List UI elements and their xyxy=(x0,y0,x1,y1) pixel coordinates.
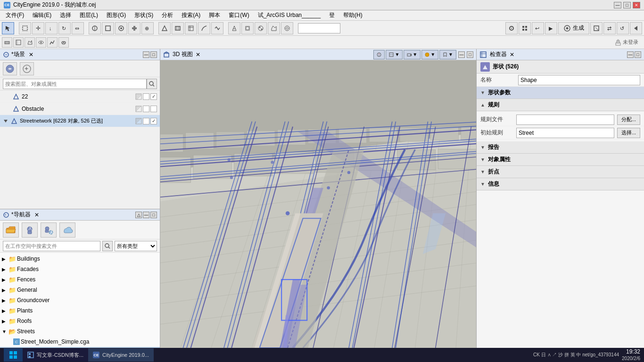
nav-panel-close[interactable]: ✕ xyxy=(34,212,39,218)
rotate-button[interactable]: ↻ xyxy=(58,22,71,34)
measure-button[interactable] xyxy=(13,37,24,48)
menu-form[interactable]: 形状(S) xyxy=(131,10,157,20)
layer-item-22[interactable]: 22 xyxy=(0,90,160,103)
vis-box2[interactable] xyxy=(143,106,149,112)
menu-shapes[interactable]: 图形(G) xyxy=(103,10,130,20)
menu-select[interactable]: 选择 xyxy=(56,10,75,20)
menu-script[interactable]: 脚本 xyxy=(205,10,224,20)
inspector-minimize[interactable]: — xyxy=(627,51,634,58)
rect-select-button[interactable] xyxy=(19,22,31,34)
tool7-button[interactable] xyxy=(102,22,114,34)
close-button[interactable]: ✕ xyxy=(633,2,640,8)
scene-panel-close[interactable]: ✕ xyxy=(29,51,33,58)
export-button[interactable]: 人 xyxy=(41,222,57,238)
check-box1[interactable] xyxy=(150,93,157,100)
cam-button[interactable]: ▼ xyxy=(404,50,421,59)
name-input[interactable] xyxy=(518,75,640,85)
select-button[interactable]: 选择... xyxy=(617,128,640,138)
minimize-button[interactable]: — xyxy=(614,2,621,8)
tool-extra4[interactable]: ⇄ xyxy=(603,22,616,34)
tool9-button[interactable] xyxy=(128,22,140,34)
menu-edit[interactable]: 编辑(E) xyxy=(29,10,55,20)
menu-search[interactable]: 搜索(A) xyxy=(178,10,204,20)
inspector-maximize[interactable]: □ xyxy=(635,51,641,58)
tool14-button[interactable] xyxy=(198,22,210,34)
start-rule-input[interactable] xyxy=(516,128,614,138)
view-mode-button[interactable]: ▼ xyxy=(386,50,403,59)
folder-facades[interactable]: ▶ 📁 Facades xyxy=(0,264,160,274)
menu-layers[interactable]: 图层(L) xyxy=(76,10,102,20)
tool13-button[interactable] xyxy=(185,22,197,34)
maximize-button[interactable]: □ xyxy=(623,2,631,8)
paint-button[interactable] xyxy=(25,37,35,48)
inspector-close[interactable]: ✕ xyxy=(510,51,514,58)
render-button[interactable]: ▼ xyxy=(421,50,438,59)
folder-fences[interactable]: ▶ 📁 Fences xyxy=(0,274,160,285)
rules-section[interactable]: ▲ 规则 xyxy=(477,99,644,111)
view3d-close[interactable]: ✕ xyxy=(196,51,200,58)
scene-search-input[interactable] xyxy=(3,79,147,89)
down-button[interactable]: ↓ xyxy=(45,22,58,34)
vis-box3[interactable] xyxy=(143,118,149,124)
check-box2[interactable] xyxy=(150,106,157,112)
nav-search-button[interactable] xyxy=(102,241,113,251)
tool10-button[interactable]: ⊕ xyxy=(141,22,154,34)
tool-extra2[interactable]: ▶ xyxy=(545,22,557,34)
scene-panel-maximize[interactable]: □ xyxy=(150,51,157,58)
select-tool-button[interactable] xyxy=(2,22,14,34)
tool-extra3[interactable] xyxy=(590,22,603,34)
nav-type-select[interactable]: 所有类型 xyxy=(115,241,157,251)
eye-button[interactable] xyxy=(36,37,46,48)
check-box3[interactable] xyxy=(150,118,157,124)
tool-extra6[interactable] xyxy=(630,22,642,34)
tool6-button[interactable] xyxy=(89,22,101,34)
folder-roofs[interactable]: ▶ 📁 Roofs xyxy=(0,316,160,326)
compass-button[interactable] xyxy=(373,50,385,59)
tool-extra1[interactable]: ↩ xyxy=(532,22,544,34)
folder-groundcover[interactable]: ▶ 📁 Groundcover xyxy=(0,295,160,305)
tool18-button[interactable] xyxy=(255,22,267,34)
view3d-maximize[interactable]: □ xyxy=(467,51,473,58)
start-button[interactable] xyxy=(4,348,23,362)
add-layer-button[interactable]: + xyxy=(20,62,34,75)
menu-window[interactable]: 窗口(W) xyxy=(225,10,253,20)
vis-box1[interactable] xyxy=(143,93,149,100)
import-button[interactable]: 人 xyxy=(22,222,38,238)
tool15-button[interactable] xyxy=(211,22,223,34)
folder-streets[interactable]: ▼ 📂 Streets xyxy=(0,326,160,337)
view3d-minimize[interactable]: — xyxy=(458,51,465,58)
tool-extra5[interactable]: ↺ xyxy=(617,22,629,34)
nav-search-input[interactable] xyxy=(3,241,100,251)
object-attrs-section[interactable]: ▼ 对象属性 xyxy=(477,154,644,166)
menu-arcgis[interactable]: 试_ArcGIS Urban______ xyxy=(254,10,324,20)
tool20-button[interactable] xyxy=(281,22,293,34)
shape-params-section[interactable]: ▼ 形状参数 xyxy=(477,87,644,99)
tool19-button[interactable] xyxy=(268,22,280,34)
generate-button[interactable]: 生成 xyxy=(558,22,589,34)
cloud-sync-button[interactable] xyxy=(59,222,75,238)
menu-help[interactable]: 帮助(H) xyxy=(339,10,366,20)
file-street-simple[interactable]: C Street_Modern_Simple.cga xyxy=(0,337,160,347)
menu-file[interactable]: 文件(F) xyxy=(2,10,28,20)
layer-item-streetnetwork[interactable]: Streetnetwork [6228 对象, 526 已选] xyxy=(0,115,160,127)
folder-plants[interactable]: ▶ 📁 Plants xyxy=(0,305,160,316)
info-section[interactable]: ▼ 信息 xyxy=(477,178,644,190)
scene-panel-minimize[interactable]: — xyxy=(143,51,149,58)
taskbar-item-2[interactable]: CE CityEngine 2019.0... xyxy=(88,348,154,362)
menu-analyze[interactable]: 分析 xyxy=(158,10,177,20)
scene-search-button[interactable] xyxy=(147,79,157,89)
grid-button[interactable] xyxy=(519,22,531,34)
move-button[interactable]: ✛ xyxy=(32,22,44,34)
nav-panel-minimize[interactable]: — xyxy=(143,212,149,218)
nav-panel-up[interactable]: △ xyxy=(135,212,142,218)
mirror-button[interactable]: ⇔ xyxy=(72,22,84,34)
viewport-content[interactable] xyxy=(160,60,476,348)
layer-item-obstacle[interactable]: Obstacle xyxy=(0,103,160,115)
tool8-button[interactable] xyxy=(115,22,127,34)
vertices-section[interactable]: ▼ 折点 xyxy=(477,166,644,178)
bookmark-button[interactable]: ▼ xyxy=(439,50,456,59)
tool16-button[interactable] xyxy=(228,22,240,34)
nav-panel-maximize[interactable]: □ xyxy=(150,212,157,218)
menu-login[interactable]: 登 xyxy=(325,10,339,20)
snap-button[interactable] xyxy=(505,22,518,34)
